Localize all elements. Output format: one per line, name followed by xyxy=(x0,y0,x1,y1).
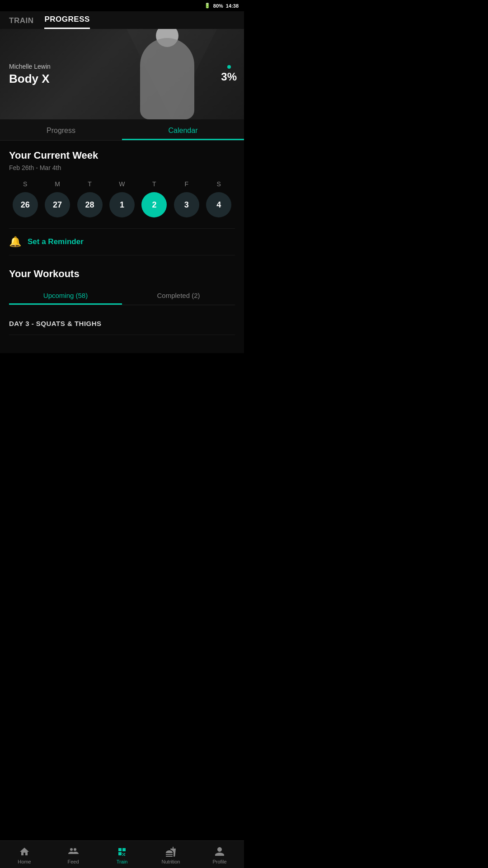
workout-item-0[interactable]: DAY 3 - SQUATS & THIGHS xyxy=(9,312,235,335)
workout-tabs: Upcoming (58) Completed (2) xyxy=(9,287,235,305)
workouts-section: Your Workouts Upcoming (58) Completed (2… xyxy=(9,268,235,335)
current-week-section: Your Current Week Feb 26th - Mar 4th S M… xyxy=(9,150,235,217)
day-label-4: T xyxy=(141,180,167,188)
day-label-2: T xyxy=(77,180,103,188)
hero-trainer-name: Michelle Lewin xyxy=(9,63,51,70)
status-bar: 🔋 80% 14:38 xyxy=(0,0,244,11)
tab-progress[interactable]: Progress xyxy=(0,119,122,140)
progress-dot xyxy=(227,65,231,69)
day-2-today[interactable]: 2 xyxy=(141,192,167,217)
hero-progress-area: 3% xyxy=(221,65,237,83)
battery-level: 80% xyxy=(213,3,223,9)
progress-percentage: 3% xyxy=(221,71,237,83)
day-labels-row: S M T W T F S xyxy=(9,180,235,188)
day-label-3: W xyxy=(109,180,135,188)
day-4[interactable]: 4 xyxy=(206,192,231,217)
bell-icon: 🔔 xyxy=(9,236,21,248)
tab-calendar[interactable]: Calendar xyxy=(122,119,244,140)
tab-completed[interactable]: Completed (2) xyxy=(122,287,235,305)
workout-day-label-0: DAY 3 - SQUATS & THIGHS xyxy=(9,320,235,327)
workouts-title: Your Workouts xyxy=(9,268,235,280)
train-nav-item[interactable]: TRAIN xyxy=(9,16,33,29)
day-27[interactable]: 27 xyxy=(45,192,70,217)
day-label-0: S xyxy=(13,180,38,188)
hero-program-name: Body X xyxy=(9,72,51,86)
hero-banner: Michelle Lewin Body X 3% xyxy=(0,29,244,119)
current-week-title: Your Current Week xyxy=(9,150,235,161)
reminder-row[interactable]: 🔔 Set a Reminder xyxy=(9,228,235,255)
main-content: Your Current Week Feb 26th - Mar 4th S M… xyxy=(0,141,244,353)
progress-nav-item[interactable]: PROGRESS xyxy=(44,15,89,29)
content-tabs: Progress Calendar xyxy=(0,119,244,141)
calendar-days-row: 26 27 28 1 2 3 4 xyxy=(9,192,235,217)
time: 14:38 xyxy=(226,3,239,9)
figure-body xyxy=(140,38,194,119)
tab-upcoming[interactable]: Upcoming (58) xyxy=(9,287,122,305)
trainer-figure xyxy=(136,33,199,119)
top-navigation: TRAIN PROGRESS xyxy=(0,11,244,29)
day-label-6: S xyxy=(206,180,231,188)
day-3[interactable]: 3 xyxy=(174,192,199,217)
battery-icon: 🔋 xyxy=(204,3,211,9)
hero-text-area: Michelle Lewin Body X xyxy=(0,54,60,95)
date-range: Feb 26th - Mar 4th xyxy=(9,164,235,171)
day-label-1: M xyxy=(45,180,70,188)
day-26[interactable]: 26 xyxy=(13,192,38,217)
day-1[interactable]: 1 xyxy=(109,192,135,217)
day-28[interactable]: 28 xyxy=(77,192,103,217)
reminder-label: Set a Reminder xyxy=(28,237,84,246)
day-label-5: F xyxy=(174,180,199,188)
